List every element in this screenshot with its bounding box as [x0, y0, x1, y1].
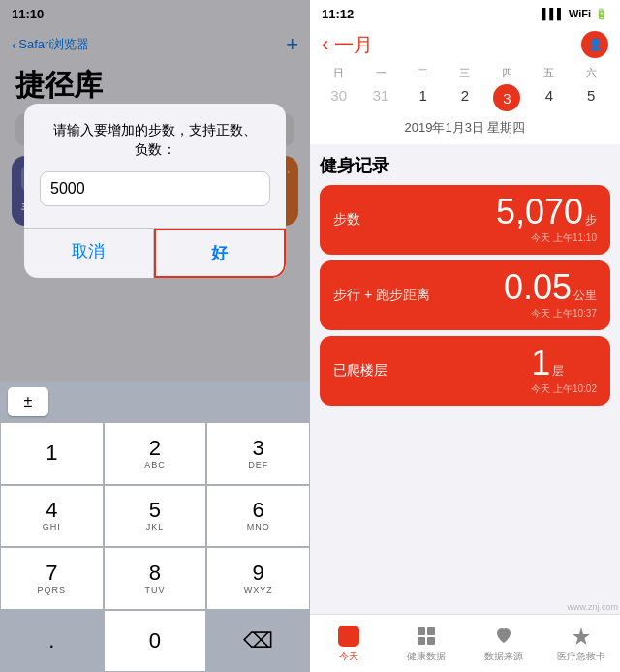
- distance-time: 今天 上午10:37: [504, 307, 597, 321]
- battery-icon: 🔋: [595, 8, 608, 20]
- tab-emergency[interactable]: 医疗急救卡: [542, 625, 620, 663]
- tab-emergency-label: 医疗急救卡: [557, 650, 605, 663]
- avatar[interactable]: 👤: [581, 31, 608, 58]
- health-section: 健身记录 步数 5,070 步 今天 上午11:10 步行 + 跑步距离 0.0…: [310, 144, 620, 614]
- key-9[interactable]: 9 WXYZ: [206, 547, 310, 610]
- svg-rect-0: [418, 627, 425, 635]
- floors-unit: 层: [552, 363, 564, 380]
- calendar-header: ‹ 一月 👤: [310, 27, 620, 62]
- key-dot[interactable]: .: [0, 610, 104, 673]
- key-3-sub: DEF: [248, 460, 268, 470]
- cal-day-1[interactable]: 1: [402, 84, 444, 111]
- key-7[interactable]: 7 PQRS: [0, 547, 104, 610]
- emergency-icon: [570, 625, 593, 648]
- cal-day-4[interactable]: 4: [528, 84, 570, 111]
- weekday-thu: 四: [486, 66, 528, 80]
- key-0[interactable]: 0: [104, 610, 207, 673]
- cal-day-5[interactable]: 5: [571, 84, 612, 111]
- key-3[interactable]: 3 DEF: [206, 422, 310, 485]
- month-title: 一月: [334, 32, 373, 58]
- distance-value: 0.05: [504, 270, 572, 305]
- plus-minus-key[interactable]: ±: [8, 387, 48, 416]
- key-2[interactable]: 2 ABC: [104, 422, 207, 485]
- health-title: 健身记录: [320, 154, 610, 177]
- key-6-sub: MNO: [247, 522, 270, 532]
- tab-health-data[interactable]: 健康数据: [388, 625, 465, 663]
- key-1-num: 1: [46, 443, 57, 464]
- key-9-num: 9: [253, 563, 264, 584]
- floors-value-area: 1 层 今天 上午10:02: [531, 346, 597, 396]
- keyboard-area: ± 1 2 ABC 3 DEF 4: [0, 382, 310, 672]
- svg-rect-3: [427, 637, 435, 645]
- svg-rect-1: [427, 627, 435, 635]
- weekday-tue: 二: [402, 66, 444, 80]
- key-5[interactable]: 5 JKL: [104, 485, 207, 548]
- wifi-icon: WiFi: [569, 8, 591, 19]
- key-delete-num: ⌫: [243, 630, 273, 652]
- cal-day-3-today[interactable]: 3: [493, 84, 520, 111]
- today-icon: [337, 625, 360, 648]
- distance-unit: 公里: [574, 288, 597, 304]
- weekday-wed: 三: [444, 66, 485, 80]
- keyboard-row-2: 4 GHI 5 JKL 6 MNO: [0, 485, 310, 548]
- steps-input[interactable]: [40, 171, 270, 206]
- keyboard-row-4: . 0 ⌫: [0, 610, 310, 673]
- tab-data-source[interactable]: 数据来源: [465, 625, 542, 663]
- key-8-num: 8: [149, 563, 161, 584]
- weekday-fri: 五: [528, 66, 570, 80]
- steps-card[interactable]: 步数 5,070 步 今天 上午11:10: [320, 185, 610, 255]
- date-display: 2019年1月3日 星期四: [310, 115, 620, 144]
- floors-card[interactable]: 已爬楼层 1 层 今天 上午10:02: [320, 336, 610, 406]
- floors-label: 已爬楼层: [333, 362, 388, 380]
- steps-unit: 步: [585, 212, 597, 229]
- key-1[interactable]: 1: [0, 422, 104, 485]
- dialog-overlay: 请输入要增加的步数，支持正数、负数： 取消 好: [0, 0, 310, 382]
- status-time-right: 11:12: [322, 7, 354, 21]
- tab-today[interactable]: 今天: [310, 625, 388, 663]
- keyboard-rows: 1 2 ABC 3 DEF 4 GHI 5: [0, 422, 310, 672]
- status-bar-right: 11:12 ▌▌▌ WiFi 🔋: [310, 0, 620, 27]
- key-5-num: 5: [149, 500, 161, 521]
- key-delete[interactable]: ⌫: [206, 610, 310, 673]
- heart-icon: [492, 625, 515, 648]
- cal-day-30[interactable]: 30: [318, 84, 359, 111]
- key-8[interactable]: 8 TUV: [104, 547, 207, 610]
- tab-today-label: 今天: [339, 650, 358, 663]
- key-9-sub: WXYZ: [244, 585, 273, 595]
- tab-health-data-label: 健康数据: [407, 650, 446, 663]
- grid-icon: [415, 625, 438, 648]
- ok-button[interactable]: 好: [154, 229, 287, 278]
- key-2-sub: ABC: [144, 460, 166, 470]
- key-4-sub: GHI: [43, 522, 61, 532]
- cal-day-2[interactable]: 2: [444, 84, 485, 111]
- left-panel: 11:10 ‹ Safari浏览器 + 捷径库 🔍 搜索 📺 ··· 手机电视 …: [0, 0, 310, 672]
- keyboard-top-row: ±: [0, 382, 310, 422]
- dialog-title: 请输入要增加的步数，支持正数、负数：: [40, 121, 270, 159]
- key-8-sub: TUV: [144, 585, 165, 595]
- key-4[interactable]: 4 GHI: [0, 485, 104, 548]
- month-prev-button[interactable]: ‹: [322, 32, 328, 57]
- key-dot-num: .: [48, 630, 54, 652]
- key-5-sub: JKL: [146, 522, 165, 532]
- weekday-mon: 一: [359, 66, 401, 80]
- key-0-num: 0: [149, 630, 161, 652]
- status-icons: ▌▌▌ WiFi 🔋: [542, 8, 608, 20]
- key-6[interactable]: 6 MNO: [206, 485, 310, 548]
- distance-value-area: 0.05 公里 今天 上午10:37: [504, 270, 597, 321]
- signal-icon: ▌▌▌: [542, 8, 564, 19]
- keyboard-row-1: 1 2 ABC 3 DEF: [0, 422, 310, 485]
- weekday-sat: 六: [571, 66, 612, 80]
- cal-day-31[interactable]: 31: [359, 84, 401, 111]
- cancel-button[interactable]: 取消: [24, 229, 154, 278]
- key-4-num: 4: [46, 500, 57, 521]
- tab-data-source-label: 数据来源: [484, 650, 523, 663]
- steps-time: 今天 上午11:10: [496, 231, 597, 245]
- steps-label: 步数: [333, 211, 360, 229]
- calendar-days: 30 31 1 2 3 4 5: [310, 82, 620, 115]
- distance-card[interactable]: 步行 + 跑步距离 0.05 公里 今天 上午10:37: [320, 260, 610, 330]
- tab-bar: 今天 健康数据 数据来源: [310, 614, 620, 672]
- steps-value-area: 5,070 步 今天 上午11:10: [496, 195, 597, 245]
- key-7-num: 7: [46, 563, 57, 584]
- key-7-sub: PQRS: [38, 585, 67, 595]
- weekday-sun: 日: [318, 66, 359, 80]
